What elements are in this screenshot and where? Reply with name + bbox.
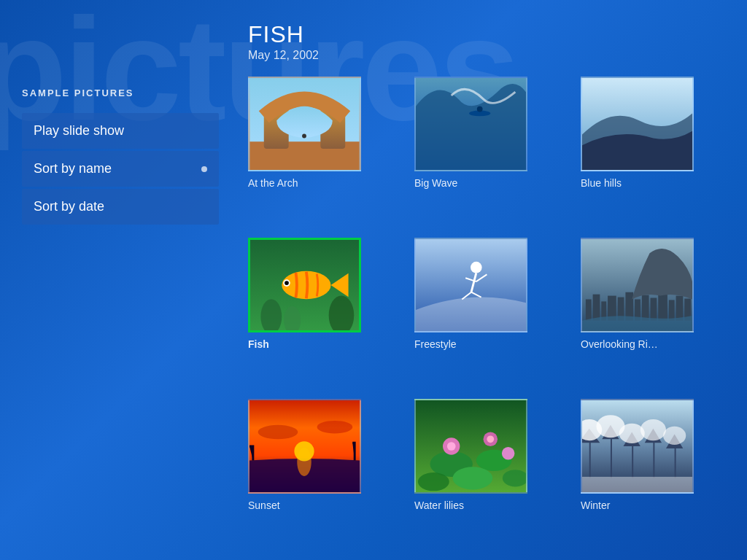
svg-rect-31 [642, 295, 649, 321]
wave-svg [416, 77, 526, 171]
svg-point-41 [317, 421, 353, 434]
photo-grid: At the Arch [248, 77, 725, 545]
label-blue-hills: Blue hills [581, 177, 622, 189]
rio-svg [582, 238, 692, 332]
svg-rect-33 [658, 294, 667, 321]
main-content: FISH May 12, 2002 [233, 0, 747, 560]
svg-point-7 [477, 106, 483, 112]
thumbnail-fish [248, 238, 361, 332]
sort-by-name-label: Sort by name [34, 161, 112, 176]
svg-rect-24 [586, 300, 592, 321]
arch-svg [249, 78, 360, 170]
grid-item-water-lilies[interactable]: Water lilies [414, 399, 559, 545]
thumbnail-overlooking-rio [581, 238, 694, 332]
sidebar: SAMPLE PICTURES Play slide show Sort by … [0, 0, 233, 560]
sort-by-date-button[interactable]: Sort by date [22, 189, 219, 225]
label-big-wave: Big Wave [414, 177, 457, 189]
label-water-lilies: Water lilies [414, 499, 464, 511]
winter-svg [582, 399, 692, 494]
svg-rect-59 [582, 477, 692, 492]
lilies-svg [416, 399, 526, 494]
svg-point-17 [471, 262, 482, 273]
label-sunset: Sunset [248, 499, 280, 511]
svg-point-15 [285, 281, 289, 285]
freestyle-svg [416, 238, 526, 332]
svg-rect-32 [651, 298, 657, 321]
grid-item-big-wave[interactable]: Big Wave [414, 77, 559, 223]
label-fish: Fish [248, 338, 269, 350]
sort-by-name-active-dot [201, 166, 207, 172]
svg-point-45 [453, 467, 493, 489]
svg-point-50 [502, 447, 515, 460]
svg-point-40 [258, 425, 298, 439]
svg-point-39 [294, 441, 314, 461]
svg-point-57 [640, 419, 666, 440]
sunset-svg [249, 399, 360, 494]
grid-item-fish[interactable]: Fish [248, 238, 392, 384]
thumbnail-winter [581, 399, 694, 494]
fish-svg [250, 238, 359, 332]
svg-point-56 [619, 424, 645, 443]
svg-point-47 [447, 442, 456, 451]
svg-point-58 [663, 427, 686, 445]
svg-point-51 [418, 472, 449, 491]
picture-title: FISH [248, 22, 725, 47]
header: FISH May 12, 2002 [248, 22, 725, 62]
sort-by-name-button[interactable]: Sort by name [22, 151, 219, 187]
label-at-the-arch: At the Arch [248, 177, 298, 189]
play-slide-show-button[interactable]: Play slide show [22, 113, 219, 149]
grid-item-winter[interactable]: Winter [581, 399, 725, 545]
thumbnail-blue-hills [581, 77, 694, 171]
svg-rect-34 [669, 300, 675, 321]
svg-point-49 [487, 435, 494, 443]
sort-by-date-label: Sort by date [34, 199, 104, 214]
thumbnail-big-wave [414, 77, 527, 171]
grid-item-overlooking-rio[interactable]: Overlooking Ri… [581, 238, 725, 384]
grid-item-freestyle[interactable]: Freestyle [414, 238, 559, 384]
play-slide-show-label: Play slide show [34, 123, 124, 139]
picture-date: May 12, 2002 [248, 49, 725, 62]
hills-svg [582, 77, 692, 171]
grid-item-sunset[interactable]: Sunset [248, 399, 392, 545]
sidebar-title: SAMPLE PICTURES [22, 88, 219, 98]
grid-item-blue-hills[interactable]: Blue hills [581, 77, 725, 223]
thumbnail-at-the-arch [248, 77, 361, 171]
grid-item-at-the-arch[interactable]: At the Arch [248, 77, 392, 223]
thumbnail-freestyle [414, 238, 527, 332]
label-freestyle: Freestyle [414, 338, 457, 350]
svg-point-4 [302, 134, 306, 139]
label-winter: Winter [581, 499, 610, 511]
thumbnail-sunset [248, 399, 361, 494]
thumbnail-water-lilies [414, 399, 527, 494]
label-overlooking-rio: Overlooking Ri… [581, 338, 658, 350]
svg-rect-35 [676, 296, 684, 321]
svg-rect-25 [593, 295, 600, 321]
